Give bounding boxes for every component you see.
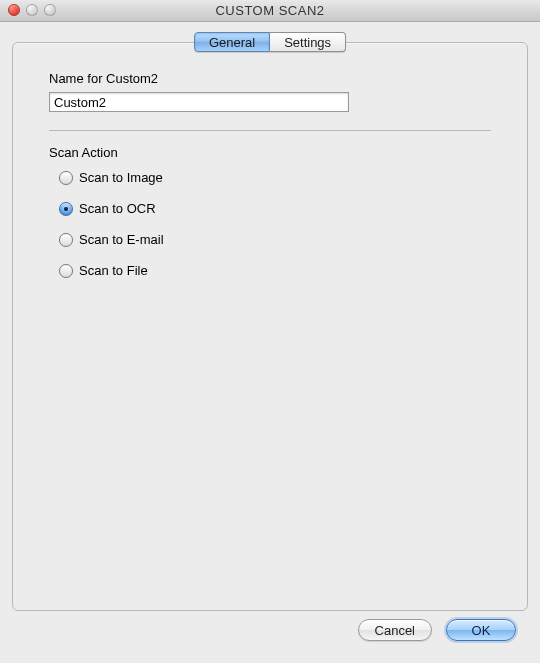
tab-settings[interactable]: Settings [270, 32, 346, 52]
traffic-lights [8, 4, 56, 16]
minimize-icon[interactable] [26, 4, 38, 16]
radio-label: Scan to Image [79, 170, 163, 185]
footer: Cancel OK [12, 611, 528, 653]
divider [49, 130, 491, 131]
radio-icon [59, 171, 73, 185]
window: CUSTOM SCAN2 General Settings Name for C… [0, 0, 540, 663]
scan-action-group: Scan to Image Scan to OCR Scan to E-mail… [49, 170, 491, 278]
general-panel: Name for Custom2 Scan Action Scan to Ima… [12, 42, 528, 611]
radio-label: Scan to File [79, 263, 148, 278]
segmented-control: General Settings [194, 32, 346, 52]
radio-icon [59, 233, 73, 247]
radio-label: Scan to OCR [79, 201, 156, 216]
radio-scan-to-ocr[interactable]: Scan to OCR [59, 201, 491, 216]
radio-icon [59, 202, 73, 216]
ok-button[interactable]: OK [446, 619, 516, 641]
tab-bar: General Settings [12, 32, 528, 52]
window-body: General Settings Name for Custom2 Scan A… [0, 22, 540, 663]
cancel-button[interactable]: Cancel [358, 619, 432, 641]
titlebar: CUSTOM SCAN2 [0, 0, 540, 22]
radio-label: Scan to E-mail [79, 232, 164, 247]
radio-scan-to-image[interactable]: Scan to Image [59, 170, 491, 185]
radio-icon [59, 264, 73, 278]
radio-scan-to-email[interactable]: Scan to E-mail [59, 232, 491, 247]
window-title: CUSTOM SCAN2 [0, 3, 540, 18]
scan-action-label: Scan Action [49, 145, 491, 160]
tab-general[interactable]: General [194, 32, 270, 52]
name-label: Name for Custom2 [49, 71, 491, 86]
close-icon[interactable] [8, 4, 20, 16]
zoom-icon[interactable] [44, 4, 56, 16]
radio-scan-to-file[interactable]: Scan to File [59, 263, 491, 278]
name-input[interactable] [49, 92, 349, 112]
